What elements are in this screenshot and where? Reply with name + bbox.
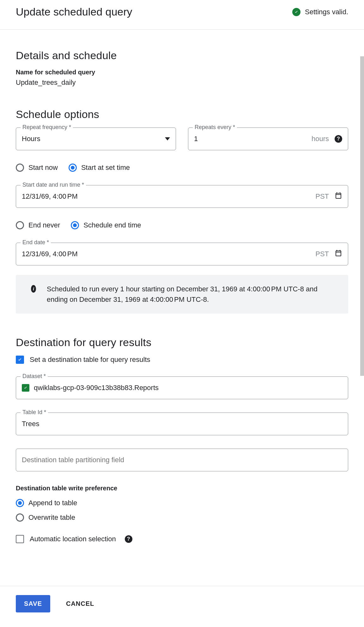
end-time-radio-group: End never Schedule end time <box>16 221 348 229</box>
checkbox-unchecked-icon <box>16 535 24 543</box>
write-pref-radio-group: Append to table Overwrite table <box>16 499 348 522</box>
settings-status: Settings valid. <box>292 8 348 16</box>
form-body: Details and schedule Name for scheduled … <box>0 30 364 594</box>
repeats-every-field[interactable]: Repeats every hours ? <box>188 127 348 150</box>
calendar-icon[interactable] <box>335 249 342 259</box>
tableid-field[interactable]: Table Id <box>16 413 348 435</box>
schedule-summary-infobox: i Scheduled to run every 1 hour starting… <box>16 275 348 314</box>
end-never-radio[interactable]: End never <box>16 221 60 229</box>
partitioning-field[interactable] <box>16 449 348 471</box>
timezone-text: PST <box>315 250 329 258</box>
partitioning-input[interactable] <box>22 456 342 464</box>
timezone-text: PST <box>315 192 329 201</box>
set-destination-label: Set a destination table for query result… <box>30 356 150 364</box>
dataset-value: qwiklabs-gcp-03-909c13b38b83.Reports <box>34 384 342 392</box>
start-time-radio-group: Start now Start at set time <box>16 164 348 172</box>
repeat-frequency-value: Hours <box>22 135 165 143</box>
start-at-set-time-radio[interactable]: Start at set time <box>69 164 130 172</box>
repeats-every-suffix: hours <box>312 135 329 143</box>
section-destination: Destination for query results <box>16 336 348 349</box>
tableid-input[interactable] <box>22 420 342 428</box>
section-schedule: Schedule options <box>16 108 348 121</box>
start-date-field[interactable]: Start date and run time 12/31/69, 4:00 P… <box>16 185 348 208</box>
scrollbar-thumb[interactable] <box>360 56 364 376</box>
write-pref-label: Destination table write preference <box>16 485 348 492</box>
dialog-footer: SAVE CANCEL <box>0 586 364 627</box>
checkbox-checked-icon <box>16 356 24 364</box>
dataset-field[interactable]: Dataset qwiklabs-gcp-03-909c13b38b83.Rep… <box>16 376 348 399</box>
end-date-value: 12/31/69, 4:00 PM <box>22 250 315 258</box>
set-destination-checkbox-row[interactable]: Set a destination table for query result… <box>16 356 348 364</box>
start-now-radio[interactable]: Start now <box>16 164 58 172</box>
chevron-down-icon <box>165 137 170 140</box>
section-details: Details and schedule <box>16 49 348 62</box>
status-text: Settings valid. <box>305 8 348 16</box>
schedule-end-time-radio[interactable]: Schedule end time <box>71 221 141 229</box>
overwrite-table-radio[interactable]: Overwrite table <box>16 513 348 522</box>
verified-icon <box>22 384 29 392</box>
append-to-table-radio[interactable]: Append to table <box>16 499 348 507</box>
repeats-every-input[interactable] <box>194 135 312 143</box>
dialog-header: Update scheduled query Settings valid. <box>0 0 364 30</box>
schedule-summary-text: Scheduled to run every 1 hour starting o… <box>47 284 338 305</box>
name-label: Name for scheduled query <box>16 69 348 76</box>
calendar-icon[interactable] <box>335 192 342 201</box>
help-icon[interactable]: ? <box>125 535 132 543</box>
auto-location-checkbox-row[interactable]: Automatic location selection ? <box>16 535 348 543</box>
page-title: Update scheduled query <box>16 6 132 18</box>
save-button[interactable]: SAVE <box>16 595 50 612</box>
check-circle-icon <box>292 8 300 16</box>
help-icon[interactable]: ? <box>335 135 342 143</box>
end-date-field[interactable]: End date 12/31/69, 4:00 PM PST <box>16 243 348 265</box>
name-value: Update_trees_daily <box>16 78 348 87</box>
start-date-value: 12/31/69, 4:00 PM <box>22 192 315 201</box>
info-icon: i <box>31 285 36 293</box>
repeat-frequency-select[interactable]: Repeat frequency Hours <box>16 127 176 150</box>
cancel-button[interactable]: CANCEL <box>66 600 94 607</box>
auto-location-label: Automatic location selection <box>30 535 116 543</box>
